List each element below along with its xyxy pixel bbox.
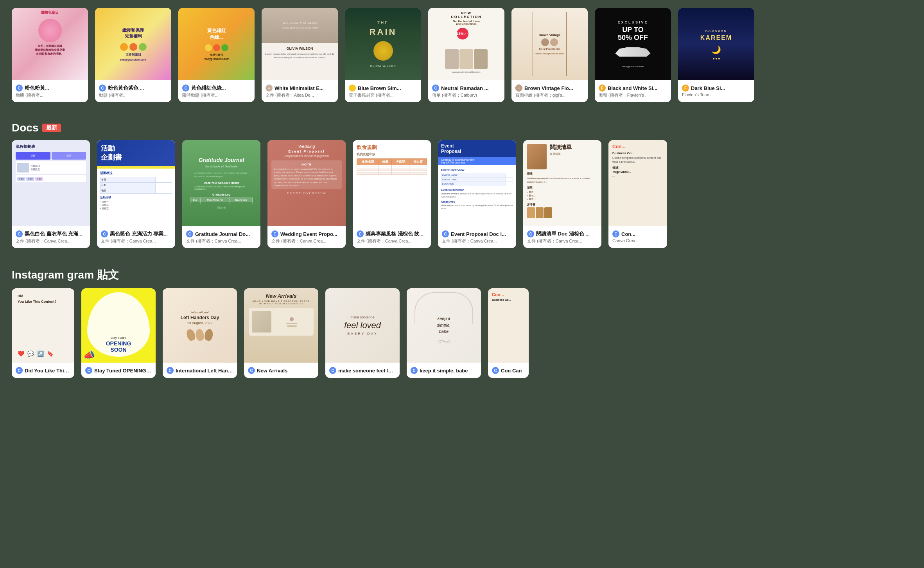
poster-3-title: 黃色緋紅色綠... xyxy=(191,84,226,92)
poster-7-sub: 頁面框線 (擁有者：gigi's... xyxy=(515,92,582,98)
doc-card-1[interactable]: 流程規劃表 項目 達成 完成流程目標設定 步驟1 步驟2 步驟3 xyxy=(12,140,90,248)
poster-8-sub: 海報 (擁有者：Flavien's ... xyxy=(599,92,665,98)
poster-3-sub: 限時動態 (擁有者... xyxy=(182,92,249,98)
ig-card-6[interactable]: keep itsimple,babe C keep it simple, bab… xyxy=(407,288,481,378)
docs-badge: 最新 xyxy=(42,124,61,132)
poster-card-1[interactable]: 國際兒童日 今天，大家都在說諷關於意化和改造全球兒童的節日和有趣的活動。 C 粉… xyxy=(12,8,88,102)
ig-card-7[interactable]: Con... Business Go... C Con Can xyxy=(488,288,529,378)
doc-6-title: Event Proposal Doc i... xyxy=(451,231,506,237)
doc-card-7[interactable]: 閱讀清單 書目清單 描述 List the components's nutri… xyxy=(523,140,601,248)
poster-1-title: 粉色粉黃... xyxy=(25,84,49,92)
ig-card-4[interactable]: New Arrivals MAKE YOUR HOME A PEACEFUL P… xyxy=(244,288,318,378)
poster-4-sub: 文件 (擁有者：Altea De... xyxy=(266,92,332,98)
doc-2-title: 黑色藍色 充滿活力 專業... xyxy=(110,230,168,237)
ig-3-title: International Left Handers Day xyxy=(176,368,233,374)
doc-card-5[interactable]: 飲食規劃 我的食物和飲 食物名稱 份量 卡路里 蛋白質 xyxy=(353,140,431,248)
doc-card-8[interactable]: Con... Business Go... List the compan's … xyxy=(608,140,667,248)
doc-5-title: 經典專業風格 淺棕色 飲... xyxy=(366,230,423,237)
doc-6-sub: 文件 (擁有者：Canva Crea... xyxy=(442,238,508,244)
poster-6-sub: 傳單 (擁有者：Catbury) xyxy=(432,92,499,98)
ig-6-title: keep it simple, babe xyxy=(420,368,468,374)
poster-7-title: Brown Vintage Flo... xyxy=(524,85,573,91)
poster-1-sub: 動態 (擁有者... xyxy=(16,92,82,98)
poster-5-title: Blue Brown Sim... xyxy=(358,85,401,91)
ig-7-title: Con Can xyxy=(501,368,522,374)
ig-5-title: make someone feel loved xyxy=(338,368,396,374)
doc-8-sub: Canva Crea... xyxy=(612,238,663,243)
poster-2-title: 粉色黃色紫色 ... xyxy=(108,84,144,92)
poster-card-9[interactable]: RAMADAN KAREEM 🌙 F Dark Blue Si... Flavi… xyxy=(678,8,754,102)
doc-card-6[interactable]: Event Proposal Strategy is essential for… xyxy=(438,140,516,248)
doc-card-2[interactable]: 活動企劃書 活動概況 名稱 日期 地點 活動目標 • 目標一• 目標二• 目標三 xyxy=(97,140,175,248)
docs-section-title: Docs xyxy=(12,122,38,134)
poster-2-sub: 動態 (擁有者... xyxy=(99,92,165,98)
poster-9-title: Dark Blue Si... xyxy=(691,85,725,91)
doc-1-sub: 文件 (擁有者：Canva Crea... xyxy=(16,238,82,244)
doc-3-title: Gratitude Journal Do... xyxy=(195,231,250,237)
doc-2-sub: 文件 (擁有者：Canva Crea... xyxy=(101,238,167,244)
ig-card-1[interactable]: Did You Like This Content? ❤️ 💬 ↗️ 🔖 C D… xyxy=(12,288,74,378)
poster-6-title: Neutral Ramadan ... xyxy=(441,85,488,91)
ig-card-3[interactable]: International Left Handers Day 13 August… xyxy=(163,288,237,378)
instagram-section-title: Instagram gram 貼文 xyxy=(12,268,119,282)
doc-card-3[interactable]: Gratitude Journal An Attitude of Gratitu… xyxy=(182,140,260,248)
ig-4-title: New Arrivals xyxy=(257,368,287,374)
poster-4-title: White Minimalist E... xyxy=(275,85,324,91)
ig-2-title: Stay Tuned OPENING SOON xyxy=(94,368,152,374)
poster-card-2[interactable]: 繼復和保護兒童權利 世界兒童日 readygranskite.com C 粉色黃… xyxy=(95,8,171,102)
poster-9-sub: Flavien's Team xyxy=(682,92,748,97)
ig-1-title: Did You Like This Content? xyxy=(25,368,70,374)
poster-card-5[interactable]: THE RAIN OLIVIA WILSON 🌙 Blue Brown Sim.… xyxy=(345,8,421,102)
poster-card-8[interactable]: EXCLUSIVE UP TO50% OFF readygranskite.co… xyxy=(595,8,671,102)
doc-3-sub: 文件 (擁有者：Canva Crea... xyxy=(186,238,253,244)
poster-card-6[interactable]: NEWCOLLECTION Get the best of thesenew c… xyxy=(428,8,504,102)
doc-4-sub: 文件 (擁有者：Canva Crea... xyxy=(271,238,338,244)
instagram-section: Instagram gram 貼文 Did You Like This Cont… xyxy=(0,260,924,390)
doc-5-sub: 文件 (擁有者：Canva Crea... xyxy=(357,238,423,244)
doc-7-sub: 文件 (擁有者：Canva Crea... xyxy=(527,238,594,244)
posters-section: 國際兒童日 今天，大家都在說諷關於意化和改造全球兒童的節日和有趣的活動。 C 粉… xyxy=(0,0,924,106)
doc-4-title: Wedding Event Propo... xyxy=(280,231,337,237)
doc-7-title: 閱讀清單 Doc 淺棕色 ... xyxy=(536,230,590,237)
doc-8-title: Con... xyxy=(621,231,635,237)
doc-card-4[interactable]: Wedding Event Proposal Congratulations o… xyxy=(267,140,346,248)
ig-card-2[interactable]: Stay Tuned OPENINGSOON 📣 C Stay Tuned OP… xyxy=(81,288,156,378)
poster-card-4[interactable]: THE BEAUTY OF SLOWmindful living in a fa… xyxy=(262,8,338,102)
poster-5-sub: 電子書籍封面 (擁有者... xyxy=(349,92,415,98)
poster-card-3[interactable]: 黃色緋紅色綠... 世界兒童日readygranskite.com C 黃色緋紅… xyxy=(178,8,255,102)
doc-1-title: 黑色白色 薰衣草色 充滿... xyxy=(25,230,83,237)
poster-card-7[interactable]: Brown Vintage Floral Page Border www.rea… xyxy=(511,8,588,102)
poster-8-title: Black and White Si... xyxy=(608,85,657,91)
docs-section: Docs 最新 流程規劃表 項目 達成 完成流程目標設定 xyxy=(0,114,924,252)
ig-card-5[interactable]: make someone feel loved EVERY DAY C make… xyxy=(325,288,400,378)
